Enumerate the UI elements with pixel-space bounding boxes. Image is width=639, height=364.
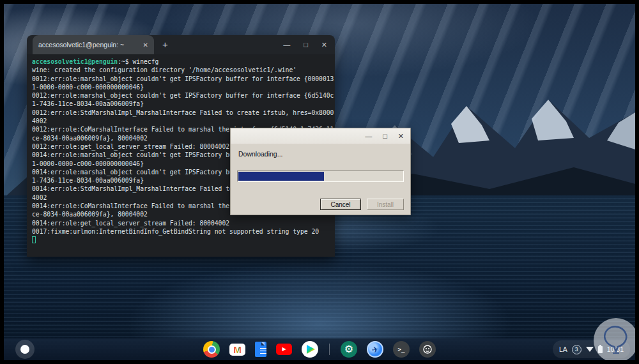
terminal-output-line: 0017:fixme:urlmon:InternetBindInfo_GetBi…	[32, 227, 330, 236]
terminal-output-line: 0012:err:ole:StdMarshalImpl_MarshalInter…	[32, 109, 330, 117]
terminal-output-line: 4002	[32, 117, 330, 125]
notification-badge: 3	[572, 345, 581, 354]
site-watermark	[594, 318, 635, 360]
terminal-output-line: wine: created the configuration director…	[32, 66, 330, 74]
launcher-button[interactable]	[15, 340, 35, 359]
shelf-separator	[329, 344, 330, 355]
minimize-icon[interactable]: —	[365, 132, 372, 140]
remote-app-icon[interactable]: ✈	[367, 341, 383, 358]
chromeos-shelf: M ▶ ⚙ ✈ >_ LA 3 10:31	[4, 338, 635, 360]
wine-installer-dialog: — □ ✕ Downloading... Cancel Install	[230, 128, 411, 215]
desktop-wallpaper: accesosolvetic1@penguin: ~ ✕ + — □ ✕ acc…	[4, 4, 635, 360]
install-button: Install	[367, 199, 404, 210]
maximize-icon[interactable]: □	[304, 41, 308, 49]
terminal-output-line: 0014:err:ole:get_local_server_stream Fai…	[32, 219, 330, 227]
shelf-app-list: M ▶ ⚙ ✈ >_	[203, 338, 436, 360]
terminal-tab-bar: accesosolvetic1@penguin: ~ ✕ + — □ ✕	[27, 35, 335, 54]
terminal-output-line: 1-7436-11ce-8034-00aa006009fa}	[32, 100, 330, 108]
terminal-tab-title: accesosolvetic1@penguin: ~	[38, 41, 138, 49]
terminal-tab[interactable]: accesosolvetic1@penguin: ~ ✕	[33, 35, 154, 54]
terminal-output-line: 0012:err:ole:marshal_object couldn't get…	[32, 91, 330, 100]
maximize-icon[interactable]: □	[383, 132, 387, 140]
download-progress-bar	[237, 171, 404, 182]
settings-icon[interactable]: ⚙	[341, 341, 357, 358]
terminal-glyph: >_	[398, 347, 405, 353]
terminal-output-line: 0012:err:ole:marshal_object couldn't get…	[32, 75, 330, 83]
terminal-output-line: 1-0000-0000-c000-000000000046}	[32, 83, 330, 91]
terminal-prompt-suffix: :~$	[118, 58, 132, 65]
chrome-icon[interactable]	[203, 341, 220, 358]
dialog-title-bar: — □ ✕	[231, 128, 410, 144]
new-tab-icon[interactable]: +	[162, 39, 168, 50]
youtube-icon[interactable]: ▶	[276, 344, 292, 355]
gmail-icon[interactable]: M	[229, 344, 245, 356]
download-status-label: Downloading...	[238, 150, 282, 158]
minimize-icon[interactable]: —	[283, 41, 290, 49]
language-indicator: LA	[559, 345, 567, 353]
terminal-cursor	[32, 236, 36, 243]
terminal-command: winecfg	[133, 58, 159, 65]
download-progress-fill	[238, 172, 324, 181]
wifi-icon	[586, 347, 594, 352]
wine-face-glyph	[422, 344, 433, 354]
terminal-prompt-line: accesosolvetic1@penguin:~$ winecfg	[32, 57, 330, 66]
play-store-icon[interactable]	[302, 341, 318, 358]
close-icon[interactable]: ✕	[398, 132, 404, 140]
cancel-button[interactable]: Cancel	[320, 199, 361, 210]
terminal-prompt: accesosolvetic1@penguin	[32, 58, 118, 65]
close-icon[interactable]: ✕	[321, 41, 327, 49]
wine-app-icon[interactable]	[419, 341, 436, 358]
tab-close-icon[interactable]: ✕	[143, 42, 148, 49]
terminal-app-icon[interactable]: >_	[393, 341, 410, 358]
watermark-logo	[599, 322, 633, 358]
google-docs-icon[interactable]	[255, 342, 266, 357]
